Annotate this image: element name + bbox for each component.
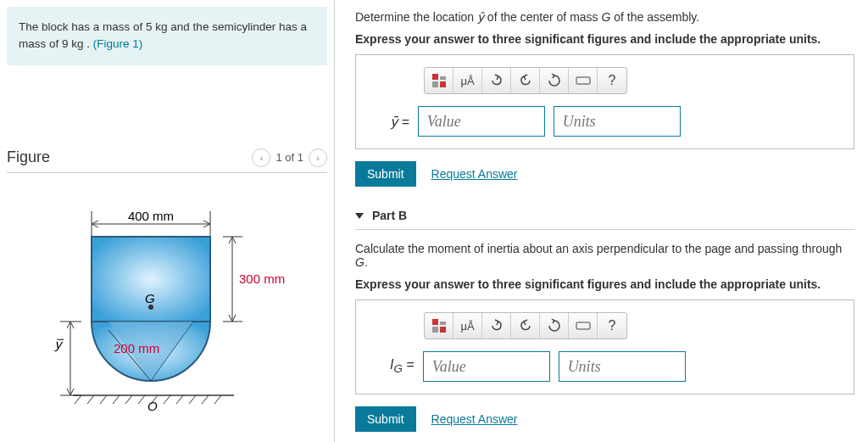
svg-rect-38 xyxy=(432,327,438,333)
svg-line-19 xyxy=(138,395,145,404)
partA-toolbar: μÅ ? xyxy=(424,67,627,94)
figure-next-button[interactable]: › xyxy=(309,148,327,167)
help-icon[interactable]: ? xyxy=(598,313,626,338)
partB-value-input[interactable] xyxy=(423,351,550,382)
partA-var: ȳ xyxy=(477,10,484,24)
units-icon[interactable]: μÅ xyxy=(453,313,482,338)
problem-text-1: The block has a mass of 5 xyxy=(19,20,155,33)
figure-heading: Figure xyxy=(7,148,50,166)
keyboard-icon[interactable] xyxy=(569,68,598,93)
partB-gvar: G xyxy=(355,255,364,269)
partB-toolbar: μÅ ? xyxy=(424,312,627,339)
svg-rect-40 xyxy=(576,322,590,329)
dim-radius: 200 mm xyxy=(114,341,159,355)
partB-label: IG = xyxy=(390,357,415,375)
figure-prev-button[interactable]: ‹ xyxy=(252,148,270,167)
partB-prompt-2: . xyxy=(364,255,368,269)
svg-line-25 xyxy=(214,395,221,404)
svg-line-23 xyxy=(189,395,196,404)
problem-statement: The block has a mass of 5 kg and the sem… xyxy=(7,7,327,65)
partA-prompt-3: of the assembly. xyxy=(610,10,699,24)
partB-instruction: Express your answer to three significant… xyxy=(355,277,854,291)
reset-icon[interactable] xyxy=(540,68,569,93)
partB-units-input[interactable] xyxy=(559,351,686,382)
units-icon[interactable]: μÅ xyxy=(453,68,482,93)
partB-answer-box: μÅ ? IG = xyxy=(355,299,854,394)
figure-counter: 1 of 1 xyxy=(275,151,303,164)
help-icon[interactable]: ? xyxy=(598,68,626,93)
partA-prompt-2: of the center of mass xyxy=(484,10,602,24)
svg-line-17 xyxy=(113,395,120,404)
figure-diagram: 400 mm 300 mm G xyxy=(7,173,327,430)
svg-line-14 xyxy=(75,395,81,404)
figure-link[interactable]: (Figure 1) xyxy=(93,37,143,50)
undo-icon[interactable] xyxy=(482,313,511,338)
partA-instruction: Express your answer to three significant… xyxy=(355,32,854,46)
redo-icon[interactable] xyxy=(511,313,540,338)
svg-line-21 xyxy=(164,395,170,404)
partA-prompt-1: Determine the location xyxy=(355,10,477,24)
partB-prompt-1: Calculate the moment of inertia about an… xyxy=(355,242,842,255)
svg-line-15 xyxy=(87,395,94,404)
redo-icon[interactable] xyxy=(511,68,540,93)
svg-rect-36 xyxy=(432,319,438,325)
partA-value-input[interactable] xyxy=(418,106,545,137)
reset-icon[interactable] xyxy=(540,313,569,338)
svg-rect-27 xyxy=(432,74,438,80)
svg-rect-31 xyxy=(576,77,590,84)
svg-line-24 xyxy=(202,395,209,404)
undo-icon[interactable] xyxy=(482,68,511,93)
dim-top: 400 mm xyxy=(128,209,174,223)
svg-rect-29 xyxy=(432,81,438,87)
partB-request-answer-link[interactable]: Request Answer xyxy=(431,412,518,426)
partA-answer-box: μÅ ? ȳ = xyxy=(355,54,854,149)
label-g: G xyxy=(145,291,155,305)
partA-submit-button[interactable]: Submit xyxy=(355,161,416,187)
partA-request-answer-link[interactable]: Request Answer xyxy=(431,167,518,181)
partA-gvar: G xyxy=(601,10,610,24)
partA-units-input[interactable] xyxy=(554,106,681,137)
template-icon[interactable] xyxy=(425,313,453,338)
label-o: O xyxy=(147,399,158,413)
svg-line-18 xyxy=(125,395,132,404)
partB-title: Part B xyxy=(372,209,407,222)
svg-rect-30 xyxy=(440,81,446,87)
svg-rect-28 xyxy=(440,76,446,80)
keyboard-icon[interactable] xyxy=(569,313,598,338)
template-icon[interactable] xyxy=(425,68,453,93)
unit-kg-1: kg xyxy=(155,20,167,33)
problem-text-3: . xyxy=(84,37,93,50)
svg-line-16 xyxy=(100,395,107,404)
label-ybar: y̅ xyxy=(54,337,64,352)
unit-kg-2: kg xyxy=(71,37,83,50)
partA-label: ȳ = xyxy=(390,114,409,130)
svg-rect-37 xyxy=(440,322,446,325)
dim-side: 300 mm xyxy=(239,271,285,286)
partB-collapse-icon[interactable] xyxy=(355,213,364,219)
partB-submit-button[interactable]: Submit xyxy=(355,406,416,432)
svg-line-22 xyxy=(176,395,183,404)
svg-rect-39 xyxy=(440,327,446,333)
